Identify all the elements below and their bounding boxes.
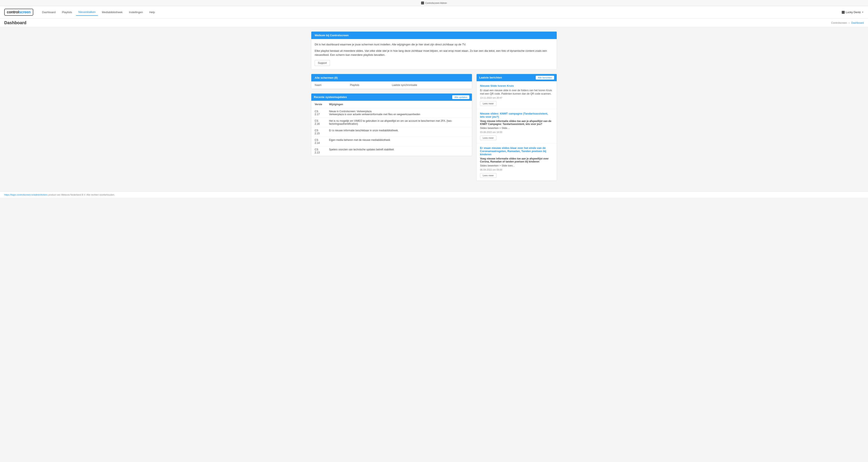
screens-col-playlists: Playlists [346,82,389,89]
updates-version-cell: CS 2.13 [311,146,326,156]
breadcrumb-root[interactable]: Controlscreen [831,22,847,24]
user-name: Lucky Dentz [846,10,861,14]
logo[interactable]: controlscreen [4,9,33,16]
welcome-body: Dit is het dashboard waarmee je jouw sch… [311,39,557,69]
nav-help[interactable]: Help [147,9,157,16]
updates-table-row: CS 2.13Spelers voorzien van technische u… [311,146,472,156]
screens-table-header-row: Naam Playlists Laatste synchronisatie [311,82,472,89]
updates-version-cell: CS 2.16 [311,117,326,127]
read-more-button[interactable]: Lees meer [480,173,497,178]
nav-playlists[interactable]: Playlists [59,9,74,16]
main-content: Welkom bij Controlscreen Dit is het dash… [307,27,561,185]
footer-copy: product van Webova Nederland B.V. Alle r… [48,194,115,196]
news-item-title[interactable]: Nieuwe Slide Ivoren Kruis [480,84,553,87]
welcome-header: Welkom bij Controlscreen [311,32,557,39]
updates-version-cell: CS 2.17 [311,108,326,117]
nav-nieuwsbalken[interactable]: Nieuwsbalken [76,9,98,16]
read-more-button[interactable]: Lees meer [480,136,497,140]
screens-card: Alle schermen (0) Naam Playlists Laatste… [311,74,472,89]
welcome-line2: Elke playlist bestaat uit meerdere slide… [315,49,553,57]
updates-text-cell: Eigen media beheren met de nieuwe mediab… [326,137,472,146]
updates-version-cell: CS 2.14 [311,137,326,146]
news-item-subtitle: Voeg nieuwe informatie slides toe aan je… [480,157,553,163]
news-item-subtitle: Voeg nieuwe informatie slides toe aan je… [480,120,553,125]
nav-user[interactable]: Lucky Dentz ▼ [842,10,864,14]
updates-text-cell: Spelers voorzien van technische updates … [326,146,472,156]
app-icon [421,1,424,4]
nav-dashboard[interactable]: Dashboard [40,9,58,16]
news-item-text: Er staat een nieuwe slide in over de fol… [480,89,553,96]
updates-version-cell: CS 2.15 [311,127,326,137]
screens-col-naam: Naam [311,82,346,89]
updates-table-row: CS 2.16Het is nu mogelijk om VIMEO te ge… [311,117,472,127]
news-item-text: Slides bewerken > Slide.... [480,126,553,130]
updates-header-title: Recente systeemupdates [314,95,347,98]
two-col-layout: Alle schermen (0) Naam Playlists Laatste… [311,74,557,181]
footer-link[interactable]: https://login.controlscreen.tv/admin/tic… [4,194,48,196]
updates-table-row: CS 2.15Er is nieuwe informatie beschikba… [311,127,472,137]
news-item-text: Slides bewerken > Slide toev... [480,164,553,168]
logo-part1: control [7,10,19,15]
welcome-card: Welkom bij Controlscreen Dit is het dash… [311,31,557,69]
page-title: Dashboard [4,20,26,25]
updates-table-row: CS 2.14Eigen media beheren met de nieuwe… [311,137,472,146]
updates-col-wijzigingen: Wijzigingen [326,101,472,108]
news-item: Nieuwe slides: KNMT campagne (Tandartsas… [476,109,557,143]
updates-text-cell: Er is nieuwe informatie beschikbaar in o… [326,127,472,137]
logo-part2: screen [19,10,31,15]
updates-card-header: Recente systeemupdates Alle updates [311,93,472,101]
screens-col-sync: Laatste synchronisatie [389,82,472,89]
news-card: Laatste berichten Alle berichten Nieuwe … [476,74,557,181]
news-items-container: Nieuwe Slide Ivoren KruisEr staat een ni… [476,81,557,181]
all-news-button[interactable]: Alle berichten [536,76,554,80]
screens-table: Naam Playlists Laatste synchronisatie [311,82,472,89]
updates-table-header-row: Versie Wijzigingen [311,101,472,108]
welcome-line1: Dit is het dashboard waarmee je jouw sch… [315,42,553,47]
updates-col-versie: Versie [311,101,326,108]
read-more-button[interactable]: Lees meer [480,101,497,106]
news-card-header: Laatste berichten Alle berichten [476,74,557,81]
updates-text-cell: Het is nu mogelijk om VIMEO te gebruiken… [326,117,472,127]
updates-card: Recente systeemupdates Alle updates Vers… [311,93,472,156]
all-updates-button[interactable]: Alle updates [452,95,469,99]
news-item-title[interactable]: Er staan nieuwe slides klaar over het ei… [480,146,553,156]
support-button[interactable]: Support [315,60,330,66]
nav-mediabibliotheek[interactable]: Mediabibilotheek [99,9,125,16]
footer: https://login.controlscreen.tv/admin/tic… [0,192,868,198]
user-dropdown-arrow: ▼ [862,11,864,13]
updates-text-cell: Nieuw in Controlscreen: Verkeerplaza Ver… [326,108,472,117]
user-icon [842,11,845,14]
news-item: Nieuwe Slide Ivoren KruisEr staat een ni… [476,81,557,109]
news-item-date: 06-04-2022 om 09:00 [480,168,553,171]
breadcrumb: Controlscreen › Dashboard [831,22,864,24]
nav-instellingen[interactable]: Instellingen [126,9,145,16]
screens-header: Alle schermen (0) [311,74,472,82]
updates-table: Versie Wijzigingen CS 2.17Nieuw in Contr… [311,101,472,156]
breadcrumb-separator: › [849,22,849,24]
top-bar-title: Controlscreen Admin [425,2,447,4]
updates-table-body: CS 2.17Nieuw in Controlscreen: Verkeerpl… [311,108,472,156]
col-left: Alle schermen (0) Naam Playlists Laatste… [311,74,472,156]
updates-table-row: CS 2.17Nieuw in Controlscreen: Verkeerpl… [311,108,472,117]
breadcrumb-current: Dashboard [851,22,864,24]
breadcrumb-bar: Dashboard Controlscreen › Dashboard [0,19,868,27]
news-item-date: 13-11-2022 om 20:47 [480,96,553,99]
news-header-title: Laatste berichten [479,76,502,79]
col-right: Laatste berichten Alle berichten Nieuwe … [476,74,557,181]
news-item-title[interactable]: Nieuwe slides: KNMT campagne (Tandartsas… [480,112,553,118]
news-item-date: 03-06-2022 om 16:00 [480,131,553,134]
top-bar: Controlscreen Admin [0,0,868,6]
navbar: controlscreen Dashboard Playlists Nieuws… [0,6,868,19]
nav-links: Dashboard Playlists Nieuwsbalken Mediabi… [40,9,842,16]
news-item: Er staan nieuwe slides klaar over het ei… [476,143,557,181]
